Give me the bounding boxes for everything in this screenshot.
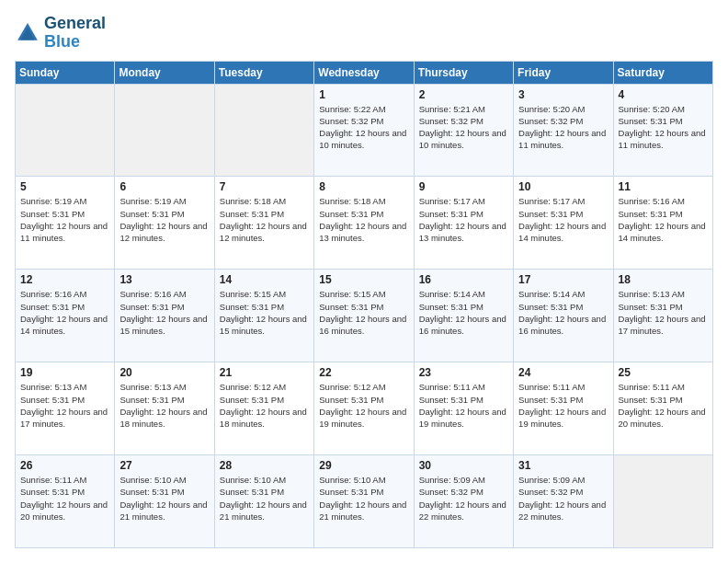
day-cell: 27Sunrise: 5:10 AM Sunset: 5:31 PM Dayli… [115,455,214,548]
day-info: Sunrise: 5:11 AM Sunset: 5:31 PM Dayligh… [419,381,508,430]
day-info: Sunrise: 5:18 AM Sunset: 5:31 PM Dayligh… [319,195,408,244]
day-info: Sunrise: 5:22 AM Sunset: 5:32 PM Dayligh… [319,103,408,152]
day-number: 29 [319,459,408,472]
header-cell-thursday: Thursday [414,61,513,84]
day-info: Sunrise: 5:18 AM Sunset: 5:31 PM Dayligh… [220,195,309,244]
calendar-table: SundayMondayTuesdayWednesdayThursdayFrid… [15,61,713,548]
day-number: 12 [20,273,109,286]
day-info: Sunrise: 5:17 AM Sunset: 5:31 PM Dayligh… [419,195,508,244]
day-info: Sunrise: 5:12 AM Sunset: 5:31 PM Dayligh… [319,381,408,430]
day-info: Sunrise: 5:11 AM Sunset: 5:31 PM Dayligh… [20,474,109,523]
day-info: Sunrise: 5:09 AM Sunset: 5:32 PM Dayligh… [518,474,608,523]
day-number: 15 [319,273,408,286]
day-number: 25 [619,366,708,379]
day-number: 11 [619,180,708,193]
day-cell: 8Sunrise: 5:18 AM Sunset: 5:31 PM Daylig… [314,177,414,270]
day-number: 5 [20,180,109,193]
day-info: Sunrise: 5:16 AM Sunset: 5:31 PM Dayligh… [20,288,109,337]
header-cell-friday: Friday [514,61,613,84]
day-cell: 25Sunrise: 5:11 AM Sunset: 5:31 PM Dayli… [613,362,712,455]
day-number: 21 [220,366,309,379]
day-cell: 22Sunrise: 5:12 AM Sunset: 5:31 PM Dayli… [314,362,414,455]
day-cell: 10Sunrise: 5:17 AM Sunset: 5:31 PM Dayli… [514,177,613,270]
day-cell: 6Sunrise: 5:19 AM Sunset: 5:31 PM Daylig… [115,177,214,270]
day-number: 7 [220,180,309,193]
day-info: Sunrise: 5:20 AM Sunset: 5:32 PM Dayligh… [518,103,608,152]
day-cell: 11Sunrise: 5:16 AM Sunset: 5:31 PM Dayli… [613,177,712,270]
week-row-0: 1Sunrise: 5:22 AM Sunset: 5:32 PM Daylig… [16,84,713,177]
day-info: Sunrise: 5:10 AM Sunset: 5:31 PM Dayligh… [319,474,408,523]
day-cell: 4Sunrise: 5:20 AM Sunset: 5:31 PM Daylig… [613,84,712,177]
day-info: Sunrise: 5:14 AM Sunset: 5:31 PM Dayligh… [518,288,608,337]
day-number: 28 [220,459,309,472]
day-number: 24 [518,366,608,379]
day-cell [16,84,115,177]
day-number: 22 [319,366,408,379]
day-cell: 12Sunrise: 5:16 AM Sunset: 5:31 PM Dayli… [16,270,115,362]
logo: General Blue [15,15,106,52]
week-row-2: 12Sunrise: 5:16 AM Sunset: 5:31 PM Dayli… [16,270,713,362]
day-cell: 13Sunrise: 5:16 AM Sunset: 5:31 PM Dayli… [115,270,214,362]
day-info: Sunrise: 5:10 AM Sunset: 5:31 PM Dayligh… [220,474,309,523]
day-cell: 24Sunrise: 5:11 AM Sunset: 5:31 PM Dayli… [514,362,613,455]
day-number: 6 [119,180,209,193]
day-info: Sunrise: 5:16 AM Sunset: 5:31 PM Dayligh… [119,288,209,337]
day-number: 13 [119,273,209,286]
day-info: Sunrise: 5:15 AM Sunset: 5:31 PM Dayligh… [220,288,309,337]
day-cell: 2Sunrise: 5:21 AM Sunset: 5:32 PM Daylig… [414,84,513,177]
header-cell-sunday: Sunday [16,61,115,84]
day-cell: 7Sunrise: 5:18 AM Sunset: 5:31 PM Daylig… [214,177,313,270]
day-cell: 26Sunrise: 5:11 AM Sunset: 5:31 PM Dayli… [16,455,115,548]
day-cell: 23Sunrise: 5:11 AM Sunset: 5:31 PM Dayli… [414,362,513,455]
day-cell: 20Sunrise: 5:13 AM Sunset: 5:31 PM Dayli… [115,362,214,455]
day-cell: 18Sunrise: 5:13 AM Sunset: 5:31 PM Dayli… [613,270,712,362]
day-cell: 17Sunrise: 5:14 AM Sunset: 5:31 PM Dayli… [514,270,613,362]
day-info: Sunrise: 5:17 AM Sunset: 5:31 PM Dayligh… [518,195,608,244]
page: General Blue SundayMondayTuesdayWednesda… [0,0,728,563]
day-info: Sunrise: 5:21 AM Sunset: 5:32 PM Dayligh… [419,103,508,152]
day-number: 3 [518,88,608,101]
day-number: 2 [419,88,508,101]
header-cell-wednesday: Wednesday [314,61,414,84]
day-cell: 21Sunrise: 5:12 AM Sunset: 5:31 PM Dayli… [214,362,313,455]
day-number: 17 [518,273,608,286]
day-info: Sunrise: 5:20 AM Sunset: 5:31 PM Dayligh… [619,103,708,152]
week-row-4: 26Sunrise: 5:11 AM Sunset: 5:31 PM Dayli… [16,455,713,548]
logo-icon [15,20,40,46]
day-info: Sunrise: 5:11 AM Sunset: 5:31 PM Dayligh… [619,381,708,430]
day-info: Sunrise: 5:13 AM Sunset: 5:31 PM Dayligh… [20,381,109,430]
day-number: 23 [419,366,508,379]
day-number: 30 [419,459,508,472]
day-info: Sunrise: 5:10 AM Sunset: 5:31 PM Dayligh… [119,474,209,523]
header-cell-monday: Monday [115,61,214,84]
day-number: 16 [419,273,508,286]
day-cell: 5Sunrise: 5:19 AM Sunset: 5:31 PM Daylig… [16,177,115,270]
day-cell: 16Sunrise: 5:14 AM Sunset: 5:31 PM Dayli… [414,270,513,362]
day-cell: 9Sunrise: 5:17 AM Sunset: 5:31 PM Daylig… [414,177,513,270]
day-number: 8 [319,180,408,193]
day-number: 27 [119,459,209,472]
header-row: SundayMondayTuesdayWednesdayThursdayFrid… [16,61,713,84]
day-number: 31 [518,459,608,472]
day-cell [613,455,712,548]
day-info: Sunrise: 5:19 AM Sunset: 5:31 PM Dayligh… [119,195,209,244]
day-number: 19 [20,366,109,379]
day-info: Sunrise: 5:19 AM Sunset: 5:31 PM Dayligh… [20,195,109,244]
header-cell-saturday: Saturday [613,61,712,84]
day-cell: 19Sunrise: 5:13 AM Sunset: 5:31 PM Dayli… [16,362,115,455]
day-info: Sunrise: 5:09 AM Sunset: 5:32 PM Dayligh… [419,474,508,523]
day-number: 1 [319,88,408,101]
week-row-1: 5Sunrise: 5:19 AM Sunset: 5:31 PM Daylig… [16,177,713,270]
day-number: 18 [619,273,708,286]
day-number: 10 [518,180,608,193]
week-row-3: 19Sunrise: 5:13 AM Sunset: 5:31 PM Dayli… [16,362,713,455]
day-number: 9 [419,180,508,193]
day-cell [115,84,214,177]
day-cell: 29Sunrise: 5:10 AM Sunset: 5:31 PM Dayli… [314,455,414,548]
day-info: Sunrise: 5:16 AM Sunset: 5:31 PM Dayligh… [619,195,708,244]
header-cell-tuesday: Tuesday [214,61,313,84]
day-cell: 1Sunrise: 5:22 AM Sunset: 5:32 PM Daylig… [314,84,414,177]
day-cell: 14Sunrise: 5:15 AM Sunset: 5:31 PM Dayli… [214,270,313,362]
day-number: 20 [119,366,209,379]
day-info: Sunrise: 5:13 AM Sunset: 5:31 PM Dayligh… [619,288,708,337]
